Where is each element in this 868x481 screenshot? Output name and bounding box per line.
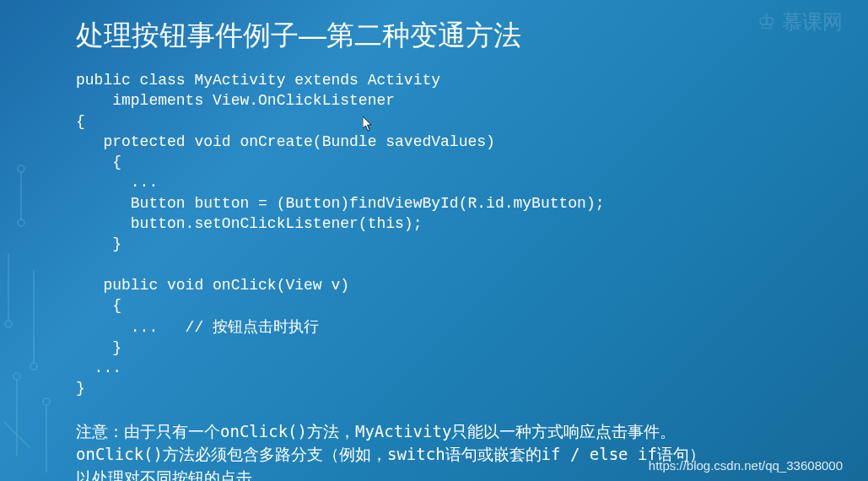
note-line-2: onClick()方法必须包含多路分支（例如，switch语句或嵌套的if / … xyxy=(76,443,792,467)
slide-content: 处理按钮事件例子—第二种变通方法 public class MyActivity… xyxy=(0,0,868,481)
note-line-3: 以处理对不同按钮的点击。 xyxy=(76,467,792,481)
note-block: 注意：由于只有一个onClick()方法，MyActivity只能以一种方式响应… xyxy=(76,420,792,481)
code-block: public class MyActivity extends Activity… xyxy=(76,70,792,399)
slide-title: 处理按钮事件例子—第二种变通方法 xyxy=(76,17,792,55)
note-line-1: 注意：由于只有一个onClick()方法，MyActivity只能以一种方式响应… xyxy=(76,420,792,444)
